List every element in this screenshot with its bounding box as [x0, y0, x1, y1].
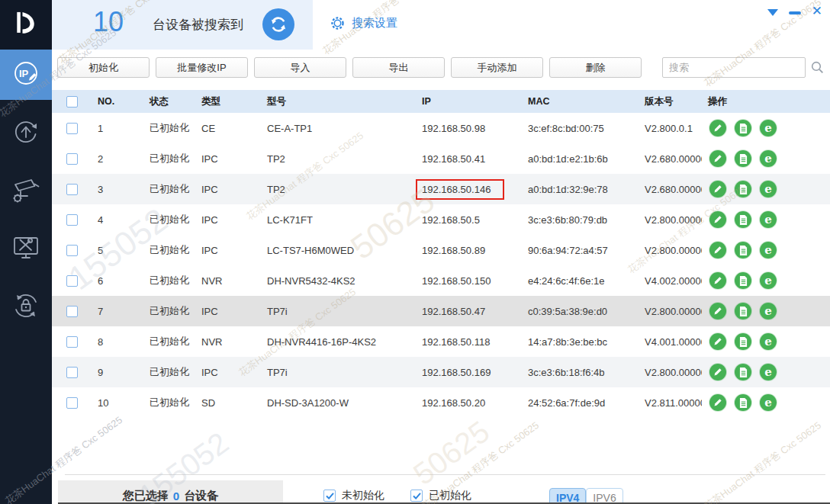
table-row[interactable]: 10已初始化SDDH-SD-3A1200-W192.168.50.2024:52…: [52, 387, 830, 418]
ip-value: 192.168.50.98: [422, 123, 485, 134]
sidebar-item-upgrade[interactable]: [0, 109, 52, 158]
edit-icon[interactable]: [709, 242, 726, 258]
sidebar-item-device-config[interactable]: [0, 167, 52, 216]
row-checkbox[interactable]: [66, 336, 78, 348]
toolbar-button-5[interactable]: 删除: [549, 57, 642, 78]
search-icon[interactable]: [810, 60, 825, 75]
footer-divider: [65, 474, 825, 475]
edit-icon[interactable]: [709, 181, 726, 197]
selected-prefix: 您已选择: [123, 489, 169, 503]
table-row[interactable]: 8已初始化NVRDH-NVR4416-16P-4KS2192.168.50.11…: [52, 326, 830, 357]
browser-icon[interactable]: e: [760, 120, 777, 136]
row-version: V4.001.00000...: [639, 336, 702, 348]
ip-value: 192.168.50.5: [422, 214, 480, 226]
column-header-6: 版本号: [639, 95, 702, 108]
row-model: TP2: [261, 153, 416, 165]
tab-ipv6[interactable]: IPV6: [586, 488, 622, 504]
browser-icon[interactable]: e: [760, 303, 777, 319]
details-icon[interactable]: [735, 242, 751, 258]
device-config-icon: [9, 175, 43, 208]
edit-icon[interactable]: [709, 120, 726, 136]
row-model: TP7i: [261, 367, 416, 378]
row-checkbox[interactable]: [66, 245, 78, 256]
table-row[interactable]: 9已初始化IPCTP7i192.168.50.1693c:e3:6b:18:f6…: [52, 357, 830, 387]
row-number: 7: [92, 306, 143, 317]
watermark: 50625: [407, 414, 496, 492]
toolbar-button-2[interactable]: 导入: [254, 57, 346, 78]
table-row[interactable]: 4已初始化IPCLC-K71FT192.168.50.53c:e3:6b:80:…: [52, 204, 830, 235]
details-icon[interactable]: [735, 333, 751, 350]
details-icon[interactable]: [735, 120, 751, 136]
edit-icon[interactable]: [709, 150, 726, 167]
browser-icon[interactable]: e: [760, 272, 777, 289]
row-checkbox[interactable]: [66, 367, 78, 378]
edit-icon[interactable]: [709, 303, 726, 319]
ip-value: 192.168.50.20: [422, 397, 485, 409]
browser-icon[interactable]: e: [760, 150, 777, 167]
row-checkbox[interactable]: [66, 123, 78, 134]
search-input[interactable]: [662, 57, 806, 78]
refresh-icon: [269, 14, 288, 34]
browser-icon[interactable]: e: [760, 333, 777, 350]
toolbar-button-1[interactable]: 批量修改IP: [156, 57, 248, 78]
browser-icon[interactable]: e: [760, 211, 777, 228]
row-checkbox[interactable]: [66, 214, 78, 226]
sidebar-item-system-maintenance[interactable]: [0, 225, 52, 274]
browser-icon[interactable]: e: [760, 181, 777, 197]
browser-icon[interactable]: e: [760, 394, 777, 411]
row-checkbox[interactable]: [66, 397, 78, 409]
password-reset-icon: [11, 291, 41, 324]
close-icon[interactable]: ✕: [812, 5, 822, 18]
row-type: CE: [195, 123, 261, 134]
filter-label-1: 已初始化: [429, 489, 471, 502]
filter-checkbox-1[interactable]: [410, 490, 423, 502]
table-row[interactable]: 6已初始化NVRDH-NVR5432-4KS2192.168.50.150e4:…: [52, 265, 830, 296]
edit-icon[interactable]: [709, 333, 726, 350]
toolbar: 初始化批量修改IP导入导出手动添加删除: [57, 57, 642, 78]
table-row[interactable]: 1已初始化CECE-A-TP1192.168.50.983c:ef:8c:bd:…: [52, 113, 830, 143]
details-icon[interactable]: [735, 272, 751, 289]
column-header-2: 类型: [195, 95, 261, 108]
toolbar-button-0[interactable]: 初始化: [57, 57, 150, 78]
edit-icon[interactable]: [709, 364, 726, 380]
table-row[interactable]: 7已初始化IPCTP7i192.168.50.47c0:39:5a:38:9e:…: [52, 296, 830, 326]
toolbar-button-3[interactable]: 导出: [352, 57, 445, 78]
table-row[interactable]: 5已初始化IPCLC-TS7-H6M0WED192.168.50.8990:6a…: [52, 235, 830, 265]
row-number: 4: [92, 214, 143, 226]
details-icon[interactable]: [735, 150, 751, 167]
tab-ipv4[interactable]: IPV4: [549, 488, 586, 504]
edit-icon[interactable]: [709, 272, 726, 289]
table-row[interactable]: 3已初始化IPCTP2192.168.50.146a0:bd:1d:32:9e:…: [52, 174, 830, 204]
refresh-button[interactable]: [262, 8, 294, 40]
row-checkbox[interactable]: [66, 306, 78, 317]
edit-icon[interactable]: [709, 394, 726, 411]
details-icon[interactable]: [735, 303, 751, 319]
dahua-logo-icon: [12, 10, 40, 40]
row-mac: 3c:ef:8c:bd:00:75: [522, 123, 639, 134]
toolbar-button-4[interactable]: 手动添加: [451, 57, 543, 78]
sidebar-item-password-reset[interactable]: [0, 283, 52, 332]
search-settings-button[interactable]: 搜索设置: [330, 15, 397, 31]
table-row[interactable]: 2已初始化IPCTP2192.168.50.41a0:bd:1d:e2:1b:6…: [52, 143, 830, 174]
filter-checkbox-0[interactable]: [323, 490, 336, 502]
details-icon[interactable]: [735, 394, 751, 411]
browser-icon[interactable]: e: [760, 242, 777, 258]
sidebar-item-ip-config[interactable]: IP: [0, 50, 52, 100]
menu-dropdown-icon[interactable]: [767, 9, 778, 16]
row-status: 已初始化: [143, 152, 195, 165]
details-icon[interactable]: [735, 211, 751, 228]
column-header-4: IP: [416, 96, 522, 107]
row-number: 3: [92, 184, 143, 195]
row-checkbox[interactable]: [66, 153, 78, 165]
row-type: IPC: [195, 184, 261, 195]
row-checkbox[interactable]: [66, 275, 78, 287]
select-all-checkbox[interactable]: [66, 96, 78, 108]
row-version: V2.811.000000...: [639, 397, 702, 409]
minimize-icon[interactable]: [789, 11, 801, 14]
details-icon[interactable]: [735, 181, 751, 197]
ip-version-tabs: IPV4IPV6: [549, 488, 623, 504]
row-checkbox[interactable]: [66, 184, 78, 195]
details-icon[interactable]: [735, 364, 751, 380]
edit-icon[interactable]: [709, 211, 726, 228]
browser-icon[interactable]: e: [760, 364, 777, 380]
